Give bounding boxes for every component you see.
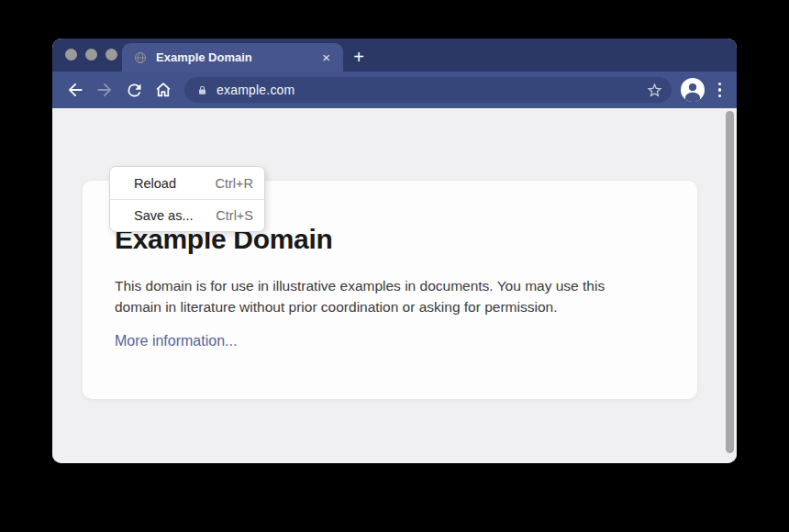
bookmark-star-button[interactable] — [646, 82, 663, 99]
window-minimize-button[interactable] — [85, 49, 97, 61]
globe-favicon-icon — [134, 51, 147, 64]
profile-avatar-button[interactable] — [681, 78, 705, 102]
back-arrow-icon — [65, 80, 85, 100]
window-close-button[interactable] — [65, 49, 77, 61]
person-icon — [681, 78, 705, 102]
kebab-dot — [718, 94, 722, 98]
context-menu-item-save-as[interactable]: Save as... Ctrl+S — [110, 199, 264, 231]
home-button[interactable] — [151, 78, 175, 102]
address-bar[interactable]: example.com — [184, 77, 672, 103]
kebab-dot — [718, 83, 722, 86]
back-button[interactable] — [63, 78, 87, 102]
tab-close-icon[interactable]: × — [318, 49, 334, 66]
tab-strip: Example Domain × + — [52, 39, 737, 72]
reload-icon — [125, 81, 144, 100]
kebab-dot — [718, 88, 722, 92]
forward-button[interactable] — [93, 78, 117, 102]
window-maximize-button[interactable] — [106, 49, 117, 61]
browser-menu-button[interactable] — [714, 79, 727, 102]
page-viewport: Example Domain This domain is for use in… — [52, 108, 737, 463]
new-tab-button[interactable]: + — [343, 43, 374, 72]
browser-toolbar: example.com — [52, 72, 737, 108]
context-menu-item-reload[interactable]: Reload Ctrl+R — [110, 167, 264, 199]
page-paragraph: This domain is for use in illustrative e… — [115, 275, 661, 317]
vertical-scrollbar[interactable] — [726, 111, 734, 453]
window-controls — [65, 49, 117, 61]
lock-icon — [196, 84, 208, 96]
url-text: example.com — [217, 83, 294, 97]
context-menu: Reload Ctrl+R Save as... Ctrl+S — [109, 166, 265, 232]
forward-arrow-icon — [94, 80, 115, 100]
star-icon — [646, 82, 663, 99]
tab-example-domain[interactable]: Example Domain × — [122, 43, 343, 72]
reload-button[interactable] — [122, 78, 146, 102]
more-information-link[interactable]: More information... — [115, 333, 237, 349]
tab-title: Example Domain — [156, 50, 318, 64]
home-icon — [153, 80, 173, 100]
browser-window: Example Domain × + — [52, 39, 737, 463]
